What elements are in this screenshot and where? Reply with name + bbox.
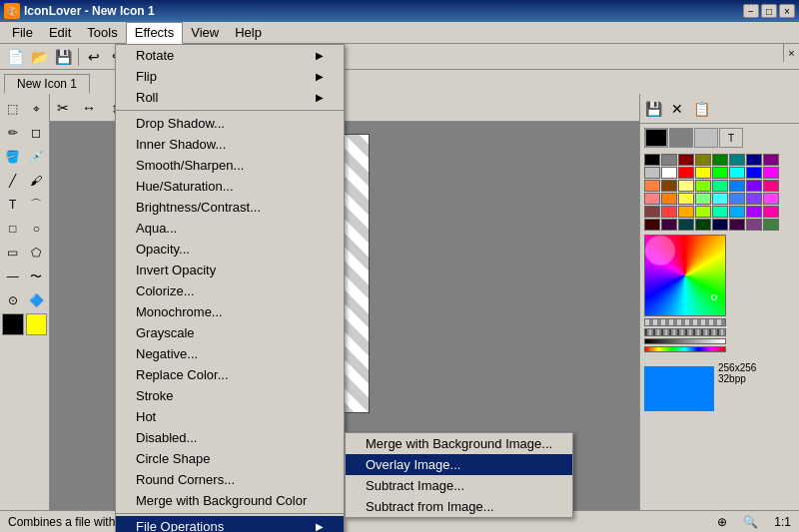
color-cell[interactable] [644,193,660,205]
color-cell[interactable] [729,219,745,231]
color-cell[interactable] [712,167,728,179]
color-cell[interactable] [712,219,728,231]
menu-replace-color[interactable]: Replace Color... [116,364,344,385]
color-cell[interactable] [763,154,779,166]
tool-line2[interactable]: — [2,266,24,287]
color-cell[interactable] [763,193,779,205]
save-button[interactable]: 💾 [52,46,74,68]
color-cell[interactable] [678,154,694,166]
transparency-swatch[interactable]: T [719,128,743,148]
color-cell[interactable] [746,193,762,205]
color-swatch-2[interactable] [669,128,693,148]
color-cell[interactable] [661,219,677,231]
tool-lasso[interactable]: ⌖ [26,98,48,120]
undo-button[interactable]: ↩ [83,46,105,68]
tool-eraser[interactable]: ◻ [26,122,48,144]
tool-pencil[interactable]: ✏ [2,122,24,144]
menu-file[interactable]: File [4,22,41,44]
close-tab-button[interactable]: × [783,44,799,62]
menu-overlay-image[interactable]: Overlay Image... [346,454,572,475]
menu-monochrome[interactable]: Monochrome... [116,301,344,322]
color-cell[interactable] [644,219,660,231]
color-cell[interactable] [746,219,762,231]
color-cell[interactable] [729,206,745,218]
color-cell[interactable] [695,154,711,166]
minimize-button[interactable]: − [743,4,759,18]
color-cell[interactable] [712,206,728,218]
window-controls[interactable]: − □ × [743,4,795,18]
color-cell[interactable] [729,154,745,166]
color-cell[interactable] [644,180,660,192]
menu-view[interactable]: View [183,22,227,44]
color-cell[interactable] [695,219,711,231]
tool-shape5[interactable]: ⌒ [26,194,48,216]
menu-file-operations[interactable]: File Operations [116,516,344,532]
flip-h-btn[interactable]: ↔ [78,97,100,119]
tab-new-icon-1[interactable]: New Icon 1 [4,74,90,94]
menu-subtract-from-image[interactable]: Subtract from Image... [346,496,572,517]
delete-icon-btn[interactable]: ✕ [666,98,688,120]
color-cell[interactable] [644,167,660,179]
menu-disabled[interactable]: Disabled... [116,427,344,448]
fg-color-swatch[interactable] [644,128,668,148]
menu-subtract-image[interactable]: Subtract Image... [346,475,572,496]
color-cell[interactable] [695,206,711,218]
color-cell[interactable] [763,219,779,231]
tool-bg-color[interactable] [26,313,48,335]
color-cell[interactable] [644,154,660,166]
menu-negative[interactable]: Negative... [116,343,344,364]
menu-grayscale[interactable]: Grayscale [116,322,344,343]
menu-drop-shadow[interactable]: Drop Shadow... [116,113,344,134]
color-cell[interactable] [712,180,728,192]
color-swatch-3[interactable] [694,128,718,148]
color-cell[interactable] [661,180,677,192]
menu-smooth-sharpen[interactable]: Smooth/Sharpen... [116,155,344,176]
scissors-btn[interactable]: ✂ [52,97,74,119]
menu-edit[interactable]: Edit [41,22,79,44]
pattern-bar-1[interactable] [644,318,726,326]
tool-stamp[interactable]: 🔷 [26,289,48,311]
open-button[interactable]: 📂 [28,46,50,68]
color-cell[interactable] [695,167,711,179]
color-cell[interactable] [729,167,745,179]
menu-aqua[interactable]: Aqua... [116,218,344,239]
menu-colorize[interactable]: Colorize... [116,280,344,301]
tool-select[interactable]: ⬚ [2,98,24,120]
menu-brightness-contrast[interactable]: Brightness/Contrast... [116,197,344,218]
color-cell[interactable] [661,167,677,179]
gradient-bar-color[interactable] [644,346,726,352]
tool-eyedrop[interactable]: 💉 [26,146,48,168]
color-cell[interactable] [661,154,677,166]
menu-flip[interactable]: Flip [116,66,344,87]
menu-circle-shape[interactable]: Circle Shape [116,448,344,469]
color-cell[interactable] [729,180,745,192]
color-cell[interactable] [763,167,779,179]
color-cell[interactable] [678,206,694,218]
menu-stroke[interactable]: Stroke [116,385,344,406]
color-cell[interactable] [661,193,677,205]
menu-inner-shadow[interactable]: Inner Shadow... [116,134,344,155]
color-cell[interactable] [763,206,779,218]
tool-effects[interactable]: ⊙ [2,289,24,311]
menu-hue-saturation[interactable]: Hue/Saturation... [116,176,344,197]
color-cell[interactable] [746,180,762,192]
menu-hot[interactable]: Hot [116,406,344,427]
color-cell[interactable] [695,193,711,205]
color-spectrum[interactable] [644,235,726,316]
color-cell[interactable] [712,193,728,205]
maximize-button[interactable]: □ [761,4,777,18]
tool-rect[interactable]: □ [2,218,24,240]
close-button[interactable]: × [779,4,795,18]
color-cell[interactable] [678,193,694,205]
color-cell[interactable] [712,154,728,166]
tool-paint[interactable]: 🖌 [26,170,48,192]
menu-rotate[interactable]: Rotate [116,45,344,66]
color-cell[interactable] [644,206,660,218]
menu-help[interactable]: Help [227,22,270,44]
color-cell[interactable] [763,180,779,192]
tool-fg-color[interactable] [2,313,24,335]
tool-rounded-rect[interactable]: ▭ [2,242,24,264]
tool-fill[interactable]: 🪣 [2,146,24,168]
save-icon-btn[interactable]: 💾 [642,98,664,120]
color-cell[interactable] [661,206,677,218]
